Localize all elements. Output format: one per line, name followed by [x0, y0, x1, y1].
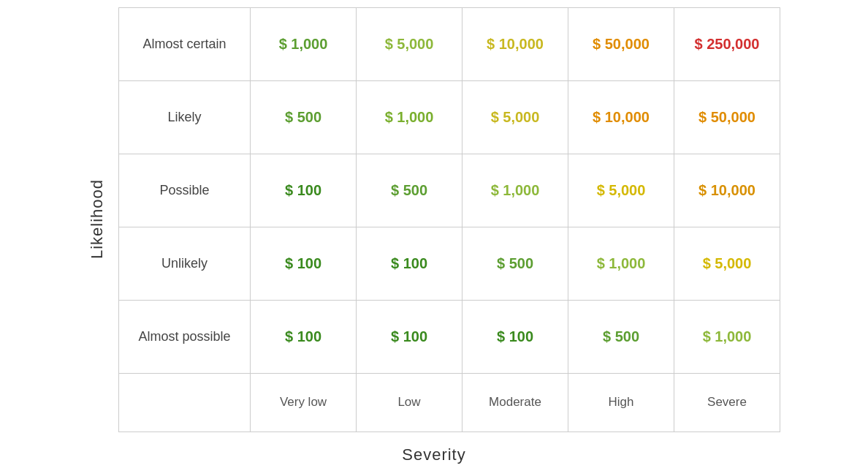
- middle-section: Likelihood Almost certain$ 1,000$ 5,000$…: [88, 7, 780, 432]
- row-label: Possible: [119, 154, 251, 227]
- row-label: Unlikely: [119, 227, 251, 300]
- value-cell: $ 100: [251, 154, 357, 227]
- matrix-table: Almost certain$ 1,000$ 5,000$ 10,000$ 50…: [118, 7, 780, 432]
- value-cell: $ 100: [357, 300, 462, 373]
- footer-label: Very low: [251, 373, 357, 432]
- value-cell: $ 500: [568, 300, 674, 373]
- value-cell: $ 500: [251, 80, 357, 154]
- y-axis-label: Likelihood: [88, 179, 107, 259]
- row-label: Likely: [119, 80, 251, 154]
- value-cell: $ 100: [357, 227, 462, 300]
- value-cell: $ 250,000: [674, 7, 780, 80]
- value-cell: $ 100: [462, 300, 568, 373]
- x-axis-label: Severity: [402, 445, 465, 464]
- row-label: Almost possible: [119, 300, 251, 373]
- value-cell: $ 10,000: [674, 154, 780, 227]
- value-cell: $ 10,000: [568, 80, 674, 154]
- value-cell: $ 1,000: [674, 300, 780, 373]
- row-label: Almost certain: [119, 7, 251, 80]
- footer-label: Low: [357, 373, 462, 432]
- footer-label: High: [568, 373, 674, 432]
- value-cell: $ 10,000: [462, 7, 568, 80]
- value-cell: $ 5,000: [357, 7, 462, 80]
- value-cell: $ 50,000: [674, 80, 780, 154]
- value-cell: $ 1,000: [357, 80, 462, 154]
- value-cell: $ 5,000: [462, 80, 568, 154]
- value-cell: $ 500: [357, 154, 462, 227]
- value-cell: $ 100: [251, 227, 357, 300]
- value-cell: $ 1,000: [251, 7, 357, 80]
- value-cell: $ 1,000: [568, 227, 674, 300]
- value-cell: $ 100: [251, 300, 357, 373]
- footer-label: Moderate: [462, 373, 568, 432]
- footer-label: Severe: [674, 373, 780, 432]
- value-cell: $ 50,000: [568, 7, 674, 80]
- chart-wrapper: Likelihood Almost certain$ 1,000$ 5,000$…: [88, 7, 780, 464]
- value-cell: $ 5,000: [674, 227, 780, 300]
- value-cell: $ 5,000: [568, 154, 674, 227]
- value-cell: $ 1,000: [462, 154, 568, 227]
- footer-row-empty: [119, 373, 251, 432]
- value-cell: $ 500: [462, 227, 568, 300]
